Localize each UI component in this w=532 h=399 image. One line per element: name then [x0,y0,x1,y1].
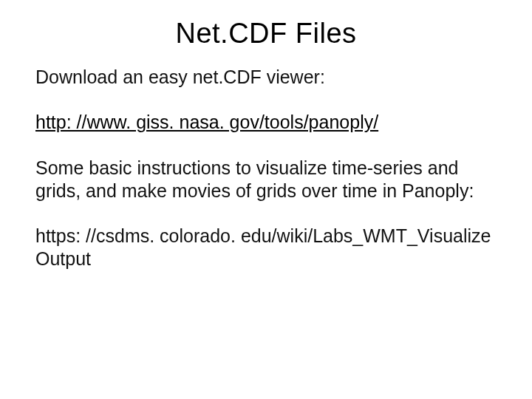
csdms-link[interactable]: https: //csdms. colorado. edu/wiki/Labs_… [35,225,491,269]
slide-body: Download an easy net.CDF viewer: http: /… [35,66,497,271]
panoply-link[interactable]: http: //www. giss. nasa. gov/tools/panop… [35,112,378,132]
slide-title: Net.CDF Files [35,18,497,50]
slide: Net.CDF Files Download an easy net.CDF v… [0,0,532,399]
instructions-text: Some basic instructions to visualize tim… [35,157,497,203]
panoply-link-line: http: //www. giss. nasa. gov/tools/panop… [35,111,497,134]
intro-text: Download an easy net.CDF viewer: [35,66,497,89]
csdms-link-line: https: //csdms. colorado. edu/wiki/Labs_… [35,225,497,271]
